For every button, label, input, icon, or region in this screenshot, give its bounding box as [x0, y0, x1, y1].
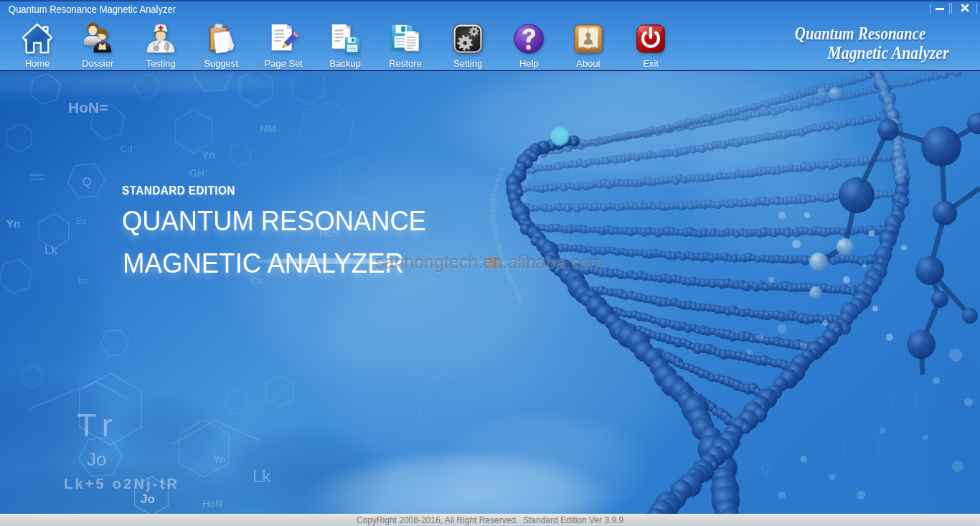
svg-text:NM: NM [260, 122, 276, 134]
svg-text:HoN: HoN [202, 498, 222, 509]
svg-text:Eu: Eu [76, 216, 87, 226]
svg-text:Cd: Cd [121, 144, 133, 154]
svg-text:Yn: Yn [202, 149, 215, 161]
svg-text:Tr: Tr [77, 407, 119, 443]
svg-text:Yn: Yn [213, 454, 225, 465]
svg-text:GH: GH [189, 167, 204, 179]
svg-text:Jo: Jo [87, 448, 106, 470]
svg-text:Lk+5 o2Nj-tR: Lk+5 o2Nj-tR [64, 476, 179, 492]
svg-text:Yn: Yn [6, 217, 20, 230]
svg-text:Q: Q [760, 463, 769, 475]
svg-text:HoN=: HoN= [68, 99, 108, 116]
svg-text:Q: Q [83, 176, 91, 188]
svg-text:Lk: Lk [253, 466, 271, 486]
svg-text:lm: lm [78, 276, 88, 286]
svg-text:Jo: Jo [141, 492, 155, 506]
svg-text:Lk: Lk [44, 243, 57, 257]
